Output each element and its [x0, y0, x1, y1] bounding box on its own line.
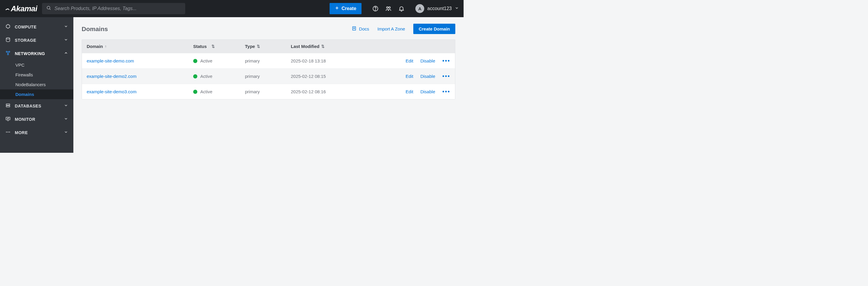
topbar-icon-group — [372, 5, 405, 12]
avatar-letter: A — [418, 6, 422, 11]
search-input[interactable] — [55, 6, 181, 11]
sidebar-item-nodebalancers[interactable]: NodeBalancers — [0, 80, 73, 89]
sidebar-group-networking[interactable]: NETWORKING — [0, 47, 73, 60]
sidebar-group-label: NETWORKING — [15, 51, 45, 56]
th-modified[interactable]: Last Modified ⇅ — [291, 44, 389, 49]
search-bar[interactable] — [42, 3, 185, 14]
monitor-icon — [5, 116, 11, 122]
page-header: Domains Docs Import A Zone Create Domain — [82, 24, 455, 34]
create-button-label: Create — [341, 6, 356, 11]
sort-asc-icon: ↑ — [105, 44, 107, 49]
brand-text: Akamai — [11, 4, 38, 13]
edit-action[interactable]: Edit — [406, 58, 413, 63]
import-zone-link[interactable]: Import A Zone — [377, 26, 405, 31]
domain-link[interactable]: example-site-demo.com — [87, 58, 134, 63]
server-icon — [5, 103, 11, 109]
more-actions-icon[interactable]: ••• — [442, 88, 450, 95]
th-label: Domain — [87, 44, 103, 49]
sidebar-item-vpc[interactable]: VPC — [0, 60, 73, 70]
page-actions: Docs Import A Zone Create Domain — [351, 24, 455, 34]
sidebar-item-domains[interactable]: Domains — [0, 89, 73, 99]
chevron-down-icon — [64, 37, 68, 42]
sidebar-group-label: COMPUTE — [15, 25, 37, 29]
sidebar-group-more[interactable]: MORE — [0, 126, 73, 139]
sort-icon: ⇅ — [321, 44, 324, 49]
disable-action[interactable]: Disable — [421, 89, 435, 94]
domains-table: Domain ↑ Status ⇅ Type ⇅ Last Modified ⇅… — [82, 39, 455, 99]
chevron-down-icon — [455, 6, 459, 11]
sidebar-group-monitor[interactable]: MONITOR — [0, 113, 73, 126]
svg-point-9 — [6, 37, 10, 39]
th-status[interactable]: Status ⇅ — [193, 44, 245, 49]
community-icon[interactable] — [385, 5, 392, 12]
create-button[interactable]: Create — [330, 3, 362, 14]
docs-link[interactable]: Docs — [351, 26, 369, 32]
sidebar-group-label: MORE — [15, 130, 28, 135]
th-type[interactable]: Type ⇅ — [245, 44, 291, 49]
svg-point-20 — [8, 132, 8, 133]
sidebar-group-storage[interactable]: STORAGE — [0, 33, 73, 47]
status-dot-icon — [193, 59, 197, 63]
sidebar-item-label: VPC — [16, 62, 25, 67]
th-label: Last Modified — [291, 44, 319, 49]
status-dot-icon — [193, 90, 197, 94]
sidebar-group-databases[interactable]: DATABASES — [0, 99, 73, 113]
sidebar-group-compute[interactable]: COMPUTE — [0, 20, 73, 33]
status-text: Active — [200, 89, 212, 94]
svg-point-5 — [375, 10, 376, 10]
chevron-up-icon — [64, 51, 68, 56]
table-body: example-site-demo.comActiveprimary2025-0… — [82, 53, 455, 99]
sidebar-item-firewalls[interactable]: Firewalls — [0, 70, 73, 80]
sort-icon: ⇅ — [257, 44, 260, 49]
domain-link[interactable]: example-site-demo2.com — [87, 74, 136, 79]
disable-action[interactable]: Disable — [421, 58, 435, 63]
more-actions-icon[interactable]: ••• — [442, 57, 450, 64]
table-row: example-site-demo3.comActiveprimary2025-… — [82, 84, 455, 99]
type-text: primary — [245, 74, 291, 79]
search-icon — [46, 5, 52, 12]
svg-point-12 — [7, 54, 8, 55]
sidebar: COMPUTE STORAGE NETWORKING VPC Firewalls… — [0, 17, 73, 153]
sidebar-group-label: DATABASES — [15, 104, 41, 108]
chevron-down-icon — [64, 117, 68, 122]
sidebar-item-label: Firewalls — [16, 72, 33, 77]
page-title: Domains — [82, 25, 108, 33]
svg-rect-13 — [6, 104, 10, 106]
account-name: account123 — [427, 6, 452, 11]
type-text: primary — [245, 58, 291, 63]
th-domain[interactable]: Domain ↑ — [87, 44, 193, 49]
network-icon — [5, 50, 11, 57]
th-label: Status — [193, 44, 207, 49]
modified-text: 2025-02-12 08:15 — [291, 74, 389, 79]
sidebar-group-label: MONITOR — [15, 117, 35, 122]
avatar: A — [415, 4, 424, 13]
help-icon[interactable] — [372, 5, 379, 12]
chevron-down-icon — [64, 130, 68, 135]
svg-point-6 — [387, 7, 389, 8]
docs-label: Docs — [359, 26, 369, 31]
create-domain-label: Create Domain — [418, 26, 450, 31]
svg-marker-8 — [6, 24, 10, 28]
brand-logo[interactable]: Akamai — [5, 4, 37, 13]
edit-action[interactable]: Edit — [406, 89, 413, 94]
disable-action[interactable]: Disable — [421, 74, 435, 79]
edit-action[interactable]: Edit — [406, 74, 413, 79]
topbar: Akamai Create A account123 — [0, 0, 464, 17]
sidebar-item-label: NodeBalancers — [16, 82, 46, 87]
type-text: primary — [245, 89, 291, 94]
account-menu[interactable]: A account123 — [415, 4, 459, 13]
main-content: Domains Docs Import A Zone Create Domain… — [73, 17, 464, 153]
create-domain-button[interactable]: Create Domain — [413, 24, 455, 34]
docs-icon — [351, 26, 357, 32]
sidebar-item-label: Domains — [16, 92, 34, 97]
domain-link[interactable]: example-site-demo3.com — [87, 89, 136, 94]
import-zone-label: Import A Zone — [377, 26, 405, 31]
modified-text: 2025-02-18 13:18 — [291, 58, 389, 63]
more-icon — [5, 130, 11, 136]
database-icon — [5, 37, 11, 43]
more-actions-icon[interactable]: ••• — [442, 73, 450, 80]
bell-icon[interactable] — [398, 5, 405, 12]
modified-text: 2025-02-12 08:16 — [291, 89, 389, 94]
status-dot-icon — [193, 74, 197, 79]
plus-icon — [335, 6, 339, 11]
